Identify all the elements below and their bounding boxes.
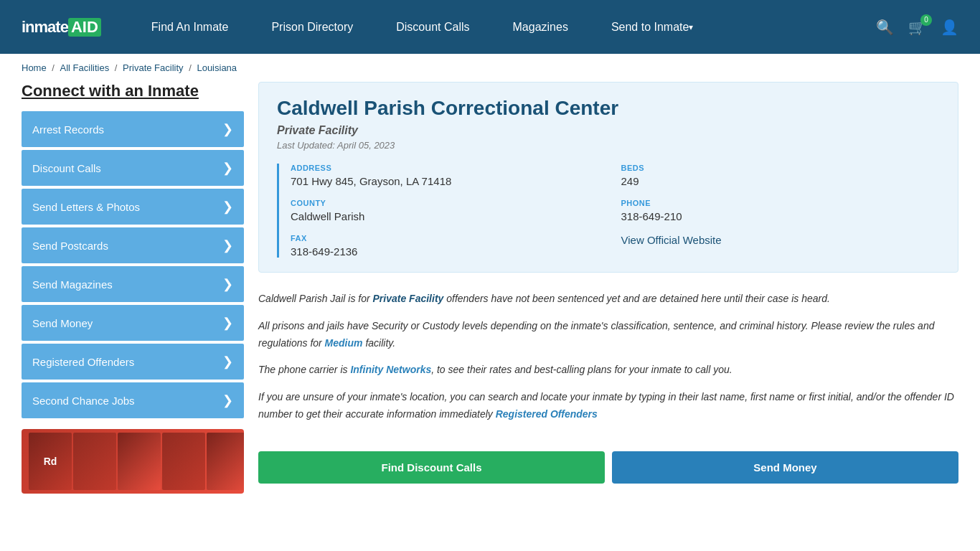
nav-discount-calls[interactable]: Discount Calls: [374, 0, 491, 54]
logo-aid: AID: [68, 18, 101, 37]
send-money-button[interactable]: Send Money: [612, 451, 958, 484]
county-block: COUNTY Caldwell Parish: [291, 199, 610, 222]
sidebar-item-discount-calls[interactable]: Discount Calls ❯: [22, 150, 244, 186]
cart-icon[interactable]: 🛒 0: [908, 19, 926, 36]
desc-para-1: Caldwell Parish Jail is for Private Faci…: [258, 291, 958, 308]
breadcrumb-louisiana[interactable]: Louisiana: [197, 62, 237, 73]
medium-link[interactable]: Medium: [325, 337, 363, 349]
action-buttons: Find Discount Calls Send Money: [258, 451, 958, 484]
beds-block: BEDS 249: [621, 164, 941, 187]
nav-magazines[interactable]: Magazines: [491, 0, 590, 54]
facility-description: Caldwell Parish Jail is for Private Faci…: [258, 287, 958, 437]
nav-find-inmate[interactable]: Find An Inmate: [130, 0, 250, 54]
address-block: ADDRESS 701 Hwy 845, Grayson, LA 71418: [291, 164, 610, 187]
logo[interactable]: inmate AID: [22, 18, 101, 37]
sidebar-title: Connect with an Inmate: [22, 82, 244, 100]
arrow-icon-0: ❯: [222, 121, 233, 137]
user-icon[interactable]: 👤: [941, 19, 958, 36]
breadcrumb-private-facility[interactable]: Private Facility: [123, 62, 184, 73]
sidebar-item-send-money[interactable]: Send Money ❯: [22, 305, 244, 341]
view-official-website-link[interactable]: View Official Website: [621, 234, 722, 246]
search-icon[interactable]: 🔍: [876, 19, 894, 36]
address-label: ADDRESS: [291, 164, 610, 172]
arrow-icon-1: ❯: [222, 160, 233, 176]
county-value: Caldwell Parish: [291, 210, 610, 222]
beds-label: BEDS: [621, 164, 941, 172]
main-nav: Find An Inmate Prison Directory Discount…: [130, 0, 876, 54]
phone-label: PHONE: [621, 199, 941, 207]
main-content: Connect with an Inmate Arrest Records ❯ …: [0, 82, 980, 515]
main-header: inmate AID Find An Inmate Prison Directo…: [0, 0, 980, 54]
sidebar-item-second-chance-jobs[interactable]: Second Chance Jobs ❯: [22, 382, 244, 418]
breadcrumb-sep2: /: [115, 62, 120, 73]
find-discount-calls-button[interactable]: Find Discount Calls: [258, 451, 605, 484]
arrow-icon-4: ❯: [222, 276, 233, 292]
arrow-icon-2: ❯: [222, 199, 233, 215]
sidebar: Connect with an Inmate Arrest Records ❯ …: [22, 82, 244, 494]
arrow-icon-3: ❯: [222, 237, 233, 253]
ad-covers: Rd: [29, 433, 244, 490]
facility-info-grid: ADDRESS 701 Hwy 845, Grayson, LA 71418 B…: [277, 164, 940, 258]
logo-text: inmate: [22, 18, 68, 37]
sidebar-item-send-magazines[interactable]: Send Magazines ❯: [22, 266, 244, 302]
website-block: View Official Website: [621, 234, 941, 258]
sidebar-item-arrest-records[interactable]: Arrest Records ❯: [22, 111, 244, 147]
facility-type: Private Facility: [277, 124, 940, 137]
sidebar-item-send-postcards[interactable]: Send Postcards ❯: [22, 227, 244, 263]
phone-block: PHONE 318-649-210: [621, 199, 941, 222]
county-label: COUNTY: [291, 199, 610, 207]
facility-last-updated: Last Updated: April 05, 2023: [277, 140, 940, 151]
fax-block: FAX 318-649-2136: [291, 234, 610, 258]
arrow-icon-5: ❯: [222, 315, 233, 331]
address-value: 701 Hwy 845, Grayson, LA 71418: [291, 175, 610, 187]
breadcrumb-all-facilities[interactable]: All Facilities: [60, 62, 110, 73]
header-icons: 🔍 🛒 0 👤: [876, 19, 958, 36]
facility-name: Caldwell Parish Correctional Center: [277, 97, 940, 120]
facility-info-box: Caldwell Parish Correctional Center Priv…: [258, 82, 958, 273]
beds-value: 249: [621, 175, 941, 187]
sidebar-item-send-letters-photos[interactable]: Send Letters & Photos ❯: [22, 189, 244, 225]
desc-para-4: If you are unsure of your inmate's locat…: [258, 389, 958, 423]
cart-badge: 0: [920, 14, 932, 26]
breadcrumb-home[interactable]: Home: [22, 62, 47, 73]
arrow-icon-6: ❯: [222, 354, 233, 369]
sidebar-item-registered-offenders[interactable]: Registered Offenders ❯: [22, 344, 244, 380]
facility-content: Caldwell Parish Correctional Center Priv…: [258, 82, 958, 494]
sidebar-ad[interactable]: Rd 1 Year Subscription for only $19.98 E…: [22, 429, 244, 494]
infinity-networks-link[interactable]: Infinity Networks: [350, 364, 431, 375]
desc-para-2: All prisons and jails have Security or C…: [258, 318, 958, 352]
sidebar-menu: Arrest Records ❯ Discount Calls ❯ Send L…: [22, 111, 244, 418]
desc-para-3: The phone carrier is Infinity Networks, …: [258, 362, 958, 379]
breadcrumb: Home / All Facilities / Private Facility…: [0, 54, 980, 82]
nav-prison-directory[interactable]: Prison Directory: [250, 0, 374, 54]
breadcrumb-sep3: /: [189, 62, 194, 73]
breadcrumb-sep1: /: [52, 62, 57, 73]
fax-label: FAX: [291, 234, 610, 242]
arrow-icon-7: ❯: [222, 392, 233, 408]
fax-value: 318-649-2136: [291, 245, 610, 258]
phone-value: 318-649-210: [621, 210, 941, 222]
private-facility-link[interactable]: Private Facility: [373, 293, 444, 304]
nav-send-to-inmate[interactable]: Send to Inmate: [590, 0, 715, 54]
registered-offenders-link[interactable]: Registered Offenders: [496, 408, 598, 420]
